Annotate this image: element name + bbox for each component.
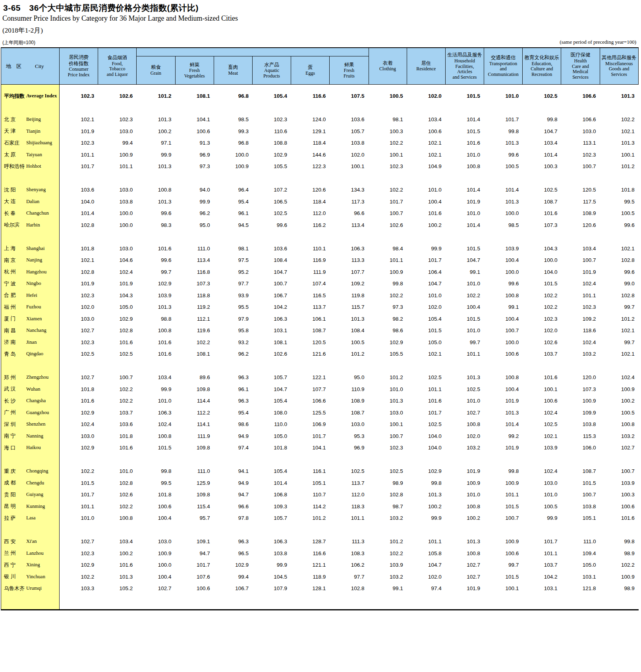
value-cell: 101.5 [137, 445, 175, 451]
value-cell: 101.4 [484, 421, 523, 427]
city-name-en: Guiyang [26, 492, 43, 498]
value-cell: 102.3 [253, 116, 291, 122]
value-cell: 100.9 [484, 480, 523, 486]
table-row: 西 安Xi'an102.7103.4103.0109.196.3106.3128… [1, 536, 639, 548]
header-cell-clothing: 衣着Clothing [369, 48, 407, 84]
value-cell: 94.5 [214, 222, 253, 228]
value-cell: 104.7 [446, 257, 484, 263]
value-cell: 105.4 [253, 93, 291, 99]
city-name-en: Jinan [26, 339, 37, 345]
city-name-zh: 北 京 [4, 116, 26, 123]
value-cell: 102.8 [330, 585, 368, 591]
value-cell: 91.3 [176, 140, 214, 146]
value-cell: 99.6 [253, 222, 291, 228]
value-cell: 101.0 [484, 93, 523, 99]
value-cell: 101.3 [446, 374, 484, 380]
value-cell: 103.2 [600, 433, 639, 439]
value-cell: 101.7 [60, 163, 98, 169]
value-cell: 106.0 [561, 445, 600, 451]
value-cell: 102.8 [60, 222, 98, 228]
value-cell: 103.1 [523, 585, 561, 591]
value-cell: 103.2 [446, 445, 484, 451]
city-name-en: Urumqi [26, 585, 42, 591]
city-name-en: Taiyuan [26, 152, 42, 158]
value-cell: 100.2 [137, 128, 175, 134]
header-label-en: Fresh Fruits [344, 68, 355, 79]
header-label-zh: 衣着 [383, 60, 393, 67]
header-cell-residence: 居住Residence [407, 48, 446, 84]
value-cell: 102.5 [523, 187, 561, 193]
value-cell: 102.0 [407, 304, 446, 310]
value-cell: 93.2 [214, 339, 253, 345]
value-cell: 105.8 [407, 550, 446, 556]
value-cell: 101.3 [330, 316, 368, 322]
value-cell: 97.5 [214, 257, 253, 263]
value-cell: 103.4 [137, 374, 175, 380]
city-name-en: Lanzhou [26, 550, 44, 556]
value-cell: 101.3 [600, 93, 639, 99]
value-cell: 99.3 [214, 128, 253, 134]
value-cell: 100.7 [98, 374, 137, 380]
value-cell: 100.6 [484, 550, 523, 556]
value-cell: 115.7 [330, 304, 368, 310]
value-cell: 99.2 [484, 433, 523, 439]
value-cell: 102.4 [561, 339, 600, 345]
city-name-zh: 天 津 [4, 128, 26, 135]
city-name-en: Shenyang [26, 187, 46, 193]
value-cell: 103.0 [561, 128, 600, 134]
city-name-zh: 拉 萨 [4, 515, 26, 522]
value-cell: 113.1 [561, 140, 600, 146]
value-cell: 101.3 [369, 398, 407, 404]
value-cell: 100.1 [600, 152, 639, 158]
header-label-en: Fresh Vegetables [184, 68, 205, 79]
value-cell: 114.4 [176, 398, 214, 404]
value-cell: 101.5 [484, 504, 523, 509]
header-cell-household-facilities: 生活用品及服务Household Facilities, Articles an… [446, 48, 484, 84]
value-cell: 101.7 [407, 257, 446, 263]
value-cell: 103.7 [523, 351, 561, 357]
value-cell: 104.6 [98, 257, 137, 263]
value-cell: 100.1 [330, 163, 368, 169]
value-cell: 99.8 [484, 468, 523, 474]
value-cell: 102.3 [60, 339, 98, 345]
value-cell: 102.3 [523, 316, 561, 322]
city-name-zh: 乌鲁木齐 [4, 585, 26, 592]
value-cell: 103.0 [369, 410, 407, 416]
value-cell: 100.4 [484, 257, 523, 263]
value-cell: 108.7 [561, 468, 600, 474]
value-cell: 113.7 [291, 304, 330, 310]
city-name-zh: 西 安 [4, 538, 26, 545]
header-cell-health-care: 医疗保健Health Care and Medical Services [561, 48, 600, 84]
value-cell: 96.2 [176, 210, 214, 216]
value-cell: 96.3 [214, 538, 253, 544]
city-name-zh: 合 肥 [4, 292, 26, 299]
city-name-en: Haikou [26, 445, 41, 451]
city-name-zh: 青 岛 [4, 351, 26, 358]
header-cell-miscellaneous-goods-services: 其他用品和服务Miscellaneous Goods and Services [600, 48, 639, 84]
value-cell: 104.5 [253, 574, 291, 580]
value-cell: 120.5 [291, 339, 330, 345]
city-name-en: Hefei [26, 292, 37, 298]
header-subcell-grain: 粮食Grain [137, 56, 175, 84]
value-cell: 102.2 [98, 398, 137, 404]
spacer-row [1, 102, 639, 114]
value-cell: 99.8 [523, 116, 561, 122]
value-cell: 101.3 [137, 199, 175, 205]
city-name-en: Nanjing [26, 257, 42, 263]
value-cell: 106.5 [253, 199, 291, 205]
table-body: 平均指数Average Index102.3102.6101.2108.196.… [1, 85, 639, 610]
value-cell: 100.6 [600, 504, 639, 509]
table-header: 地 区 City 居民消费 价格指数Consumer Price Index食品… [1, 47, 639, 85]
value-cell: 107.9 [253, 585, 291, 591]
value-cell: 99.9 [253, 562, 291, 568]
table-row: 石家庄Shijiazhuang102.399.497.191.396.8108.… [1, 137, 639, 149]
header-label-zh: 居民消费 价格指数 [69, 54, 89, 67]
city-name-zh: 上 海 [4, 245, 26, 252]
value-cell: 100.2 [98, 550, 137, 556]
value-cell: 104.7 [523, 128, 561, 134]
page-subtitle: Consumer Price Indices by Category for 3… [2, 14, 238, 23]
value-cell: 102.4 [561, 281, 600, 287]
city-name-en: Shanghai [26, 246, 45, 252]
table-row: 郑 州Zhengzhou102.7100.7103.489.696.3105.7… [1, 372, 639, 383]
value-cell: 112.0 [330, 492, 368, 498]
